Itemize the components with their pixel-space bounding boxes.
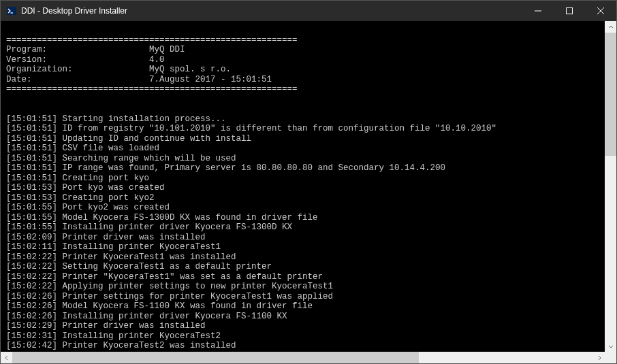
svg-rect-0 [7,7,16,15]
horizontal-scrollbar[interactable] [1,352,605,363]
titlebar[interactable]: DDI - Desktop Driver Installer [1,1,616,21]
maximize-button[interactable] [554,1,585,21]
vertical-scroll-thumb[interactable] [605,33,616,156]
window-title: DDI - Desktop Driver Installer [21,6,522,16]
chevron-up-icon [608,24,614,30]
close-icon [597,7,604,14]
maximize-icon [566,7,573,14]
minimize-icon [535,7,541,14]
vertical-scroll-track[interactable] [605,33,616,340]
titlebar-controls [522,1,616,21]
chevron-down-icon [608,344,614,349]
chevron-left-icon [4,355,10,361]
minimize-button[interactable] [522,1,554,21]
app-window: DDI - Desktop Driver Installer ======= [0,0,617,364]
scroll-corner [605,352,616,363]
scroll-up-button[interactable] [605,21,616,33]
scroll-down-button[interactable] [605,340,616,352]
vertical-scrollbar[interactable] [605,21,616,352]
horizontal-scroll-track[interactable] [12,352,593,363]
horizontal-scroll-thumb[interactable] [12,352,419,363]
console-output[interactable]: ========================================… [1,21,605,352]
scroll-left-button[interactable] [1,352,12,363]
scroll-right-button[interactable] [593,352,605,363]
powershell-icon [6,5,17,16]
chevron-right-icon [597,355,602,361]
close-button[interactable] [585,1,616,21]
content-area: ========================================… [1,21,616,352]
svg-rect-3 [567,8,573,14]
horizontal-scrollbar-row [1,352,616,363]
